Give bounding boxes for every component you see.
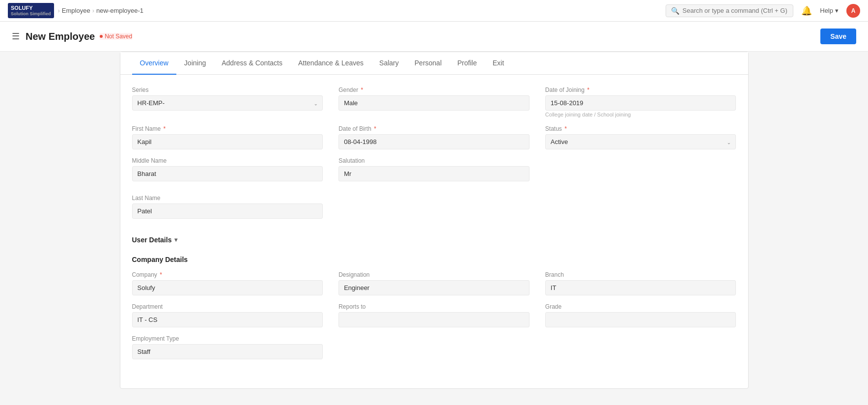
field-empty-3 [545,195,736,224]
field-salutation: Salutation [338,157,530,187]
salutation-label: Salutation [338,157,530,164]
series-select[interactable]: HR-EMP- [132,95,323,111]
tab-exit[interactable]: Exit [485,52,512,75]
search-bar[interactable]: 🔍 [666,4,793,17]
tab-salary[interactable]: Salary [371,52,407,75]
department-input[interactable] [132,312,323,327]
reports-to-label: Reports to [338,303,530,310]
company-label: Company * [132,271,323,278]
row-firstname-dob-status: First Name * Date of Birth * Status * [132,125,736,149]
field-empty-1 [545,157,736,187]
employment-type-label: Employment Type [132,335,323,342]
field-department: Department [132,303,323,327]
user-details-chevron: ▾ [174,236,177,243]
logo[interactable]: SOLUFY Solution Simplified [8,3,54,19]
field-series: Series HR-EMP- [132,87,323,117]
field-grade: Grade [545,303,736,327]
college-joining-text: College joining date / School joining [545,112,736,117]
row-dept-reports-grade: Department Reports to Grade [132,303,736,327]
tab-attendance-leaves[interactable]: Attendance & Leaves [290,52,371,75]
navbar: SOLUFY Solution Simplified › Employee › … [0,0,868,22]
field-reports-to: Reports to [338,303,530,327]
tab-personal[interactable]: Personal [407,52,449,75]
not-saved-badge: Not Saved [100,33,132,40]
status-select[interactable]: Active [545,134,736,149]
branch-input[interactable] [545,280,736,295]
gender-required: * [361,87,364,93]
tab-profile[interactable]: Profile [449,52,485,75]
form-card: Overview Joining Address & Contacts Atte… [120,52,749,389]
breadcrumb: › Employee › new-employee-1 [58,7,144,14]
notification-icon[interactable]: 🔔 [801,5,812,16]
salutation-input[interactable] [338,166,530,181]
field-gender: Gender * [338,87,530,117]
user-details-section[interactable]: User Details ▾ [132,236,736,244]
doj-label: Date of Joining * [545,87,736,93]
branch-label: Branch [545,271,736,278]
gender-label: Gender * [338,87,530,93]
status-select-wrapper: Active [545,134,736,149]
field-employment-type: Employment Type [132,335,323,365]
hamburger-menu[interactable]: ☰ [12,31,20,42]
field-empty-2 [338,195,530,224]
tab-overview[interactable]: Overview [132,52,176,75]
series-label: Series [132,87,323,93]
tabs: Overview Joining Address & Contacts Atte… [120,52,748,75]
department-label: Department [132,303,323,310]
search-icon: 🔍 [671,7,679,15]
field-empty-4 [338,335,530,365]
row-company-designation-branch: Company * Designation Branch [132,271,736,295]
status-label: Status * [545,125,736,132]
company-required: * [160,271,162,278]
dob-required: * [374,125,376,132]
tab-address-contacts[interactable]: Address & Contacts [214,52,290,75]
tab-joining[interactable]: Joining [176,52,214,75]
grade-input[interactable] [545,312,736,327]
first-name-required: * [164,125,166,132]
dob-label: Date of Birth * [338,125,530,132]
doj-input[interactable] [545,95,736,111]
field-status: Status * Active [545,125,736,149]
first-name-label: First Name * [132,125,323,132]
employment-type-input[interactable] [132,344,323,359]
middle-name-input[interactable] [132,166,323,181]
dob-input[interactable] [338,134,530,149]
field-first-name: First Name * [132,125,323,149]
first-name-input[interactable] [132,134,323,149]
field-designation: Designation [338,271,530,295]
reports-to-input[interactable] [338,312,530,327]
series-select-wrapper: HR-EMP- [132,95,323,111]
not-saved-dot [100,35,103,38]
navbar-right: 🔍 🔔 Help ▾ A [666,4,860,18]
save-button[interactable]: Save [820,29,856,44]
field-last-name: Last Name [132,195,323,224]
field-empty-5 [545,335,736,365]
row-employment-type: Employment Type [132,335,736,365]
row-lastname: Last Name [132,195,736,224]
doj-required: * [587,87,589,93]
field-middle-name: Middle Name [132,157,323,187]
avatar[interactable]: A [846,4,860,18]
company-details-section[interactable]: Company Details [132,256,736,263]
form-body: Series HR-EMP- Gender * [120,75,748,388]
status-required: * [564,125,567,132]
last-name-label: Last Name [132,195,323,202]
grade-label: Grade [545,303,736,310]
designation-input[interactable] [338,280,530,295]
field-date-of-joining: Date of Joining * College joining date /… [545,87,736,117]
page-header: ☰ New Employee Not Saved Save [0,22,868,52]
row-series-gender-doj: Series HR-EMP- Gender * [132,87,736,117]
page-title: New Employee [26,31,95,42]
gender-input[interactable] [338,95,530,111]
middle-name-label: Middle Name [132,157,323,164]
field-company: Company * [132,271,323,295]
help-button[interactable]: Help ▾ [820,7,839,14]
search-input[interactable] [682,7,788,14]
row-middlename-salutation: Middle Name Salutation [132,157,736,187]
field-date-of-birth: Date of Birth * [338,125,530,149]
field-branch: Branch [545,271,736,295]
last-name-input[interactable] [132,203,323,219]
logo-box: SOLUFY Solution Simplified [8,3,54,19]
company-input[interactable] [132,280,323,295]
main-content: Overview Joining Address & Contacts Atte… [0,52,868,405]
